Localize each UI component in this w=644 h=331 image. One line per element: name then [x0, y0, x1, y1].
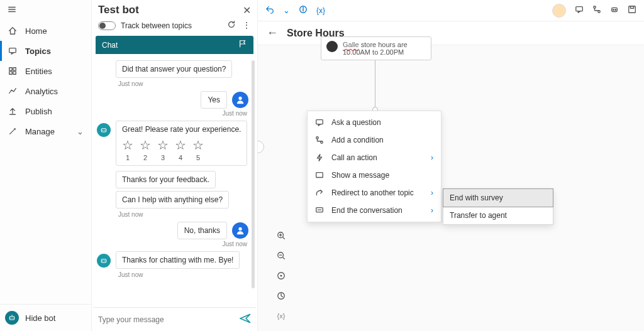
menu-show-message[interactable]: Show a message: [308, 166, 441, 184]
chevron-right-icon: ›: [431, 188, 433, 197]
reset-view-button[interactable]: [275, 290, 287, 301]
rate-4[interactable]: ☆4: [175, 138, 186, 161]
reset-button[interactable]: [227, 20, 236, 31]
star-icon: ☆: [140, 138, 151, 153]
menu-label: Ask a question: [331, 118, 381, 127]
svg-rect-8: [9, 317, 14, 320]
panel-title: Test bot: [98, 4, 139, 16]
menu-end-conversation[interactable]: End the conversation ›: [308, 202, 441, 219]
rating-stars: ☆1 ☆2 ☆3 ☆4 ☆5: [122, 138, 241, 161]
info-button[interactable]: [299, 5, 308, 16]
star-icon: ☆: [122, 138, 133, 153]
bot-header-icon[interactable]: [610, 5, 619, 16]
nav-entities[interactable]: Entities: [0, 61, 91, 81]
svg-line-42: [283, 258, 285, 259]
svg-rect-3: [9, 48, 16, 53]
condition-icon: [315, 136, 324, 144]
bot-message: Thanks for chatting with me. Bye!: [116, 251, 240, 269]
svg-rect-17: [101, 259, 106, 263]
nav-home[interactable]: Home: [0, 21, 91, 41]
canvas-topbar: ⌄ {x}: [258, 0, 644, 21]
svg-rect-4: [9, 68, 12, 70]
user-message: Yes: [201, 91, 227, 109]
bot-message: Did that answer your question?: [116, 60, 232, 78]
app-root: Home Topics Entities Analytics Publish M…: [0, 0, 644, 331]
close-panel-button[interactable]: ✕: [243, 4, 251, 16]
menu-add-condition[interactable]: Add a condition: [308, 131, 441, 149]
topics-icon: [8, 46, 18, 56]
user-avatar[interactable]: [552, 4, 566, 18]
menu-label: Call an action: [331, 153, 377, 162]
menu-label: Show a message: [331, 171, 389, 180]
save-icon[interactable]: [628, 5, 636, 16]
nav-manage[interactable]: Manage ⌄: [0, 121, 91, 141]
variables-tool-button[interactable]: {x}: [275, 310, 287, 322]
nav-label: Home: [25, 26, 47, 36]
redirect-icon: [315, 188, 324, 197]
hamburger-button[interactable]: [0, 0, 91, 21]
flow-connector: [375, 60, 375, 109]
rate-2[interactable]: ☆2: [140, 138, 151, 161]
chat-input[interactable]: [98, 315, 236, 324]
chevron-right-icon: ›: [431, 153, 433, 162]
undo-dropdown[interactable]: ⌄: [283, 6, 290, 15]
canvas-tools: {x}: [275, 230, 287, 322]
nav-label: Publish: [25, 107, 52, 116]
flag-icon[interactable]: [238, 40, 247, 50]
back-button[interactable]: ←: [267, 26, 278, 40]
chat-header: Chat: [96, 36, 253, 54]
variables-button[interactable]: {x}: [316, 6, 325, 15]
chevron-right-icon: ›: [431, 206, 433, 215]
svg-point-10: [13, 318, 14, 319]
user-avatar-icon: [232, 92, 248, 108]
svg-rect-23: [576, 7, 583, 11]
rate-1[interactable]: ☆1: [122, 138, 133, 161]
zoom-out-button[interactable]: [275, 250, 287, 261]
menu-call-action[interactable]: Call an action ›: [308, 149, 441, 166]
message-node[interactable]: Galle store hours are 10.00AM to 2.00PM: [321, 36, 431, 60]
nav-topics[interactable]: Topics: [0, 41, 91, 61]
bot-avatar-icon: [97, 254, 111, 268]
menu-label: End the conversation: [331, 206, 402, 215]
track-label: Track between topics: [121, 21, 192, 30]
undo-button[interactable]: [265, 5, 274, 16]
fit-button[interactable]: [275, 270, 287, 281]
flow-icon[interactable]: [592, 5, 601, 16]
menu-label: Add a condition: [331, 136, 384, 144]
add-node-menu: Ask a question Add a condition Call an a…: [307, 111, 441, 222]
svg-point-27: [613, 9, 614, 11]
svg-point-14: [103, 130, 104, 131]
svg-point-12: [238, 97, 242, 100]
svg-rect-6: [9, 72, 12, 74]
timestamp: Just now: [97, 110, 247, 117]
zoom-in-button[interactable]: [275, 230, 287, 241]
svg-rect-7: [13, 72, 16, 74]
hamburger-icon: [8, 5, 16, 14]
menu-redirect[interactable]: Redirect to another topic ›: [308, 184, 441, 202]
nav-publish[interactable]: Publish: [0, 101, 91, 121]
test-bot-panel: Test bot ✕ Track between topics ⋮ Chat D…: [92, 0, 258, 331]
rate-5[interactable]: ☆5: [192, 138, 204, 161]
nav-analytics[interactable]: Analytics: [0, 81, 91, 101]
node-text: Galle store hours are 10.00AM to 2.00PM: [343, 41, 426, 56]
timestamp: Just now: [97, 241, 247, 247]
hide-bot-button[interactable]: Hide bot: [0, 304, 91, 331]
canvas-port[interactable]: [258, 141, 264, 153]
authoring-canvas[interactable]: ⌄ {x} ← Store Hours Galle store hours ar…: [258, 0, 644, 331]
chat-scroll[interactable]: Did that answer your question? Just now …: [93, 54, 256, 308]
canvas-titlebar: ← Store Hours: [258, 21, 644, 45]
rate-3[interactable]: ☆3: [157, 138, 169, 161]
svg-point-28: [615, 9, 616, 11]
track-toggle[interactable]: [98, 21, 116, 30]
menu-ask-question[interactable]: Ask a question: [308, 114, 441, 131]
manage-icon: [8, 126, 18, 136]
send-button[interactable]: [240, 313, 251, 326]
more-button[interactable]: ⋮: [242, 20, 251, 31]
end-conversation-submenu: End with survey Transfer to agent: [443, 188, 553, 225]
panel-subheader: Track between topics ⋮: [92, 19, 257, 36]
chat-input-row: [92, 308, 257, 331]
submenu-transfer-to-agent[interactable]: Transfer to agent: [443, 207, 553, 224]
hide-bot-label: Hide bot: [25, 313, 55, 323]
submenu-end-with-survey[interactable]: End with survey: [443, 188, 553, 207]
chat-icon[interactable]: [575, 5, 584, 16]
